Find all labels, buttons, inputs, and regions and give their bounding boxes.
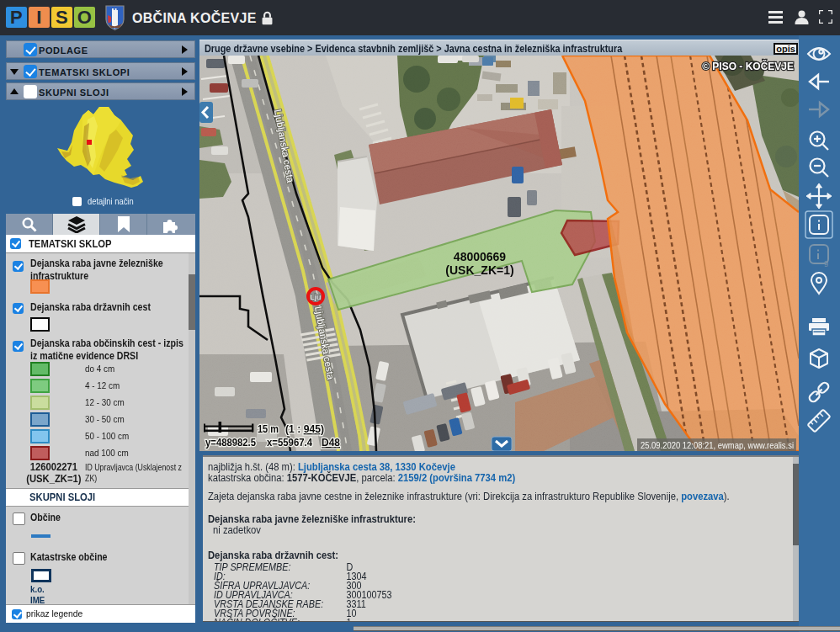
svg-text:g: g bbox=[824, 258, 828, 267]
